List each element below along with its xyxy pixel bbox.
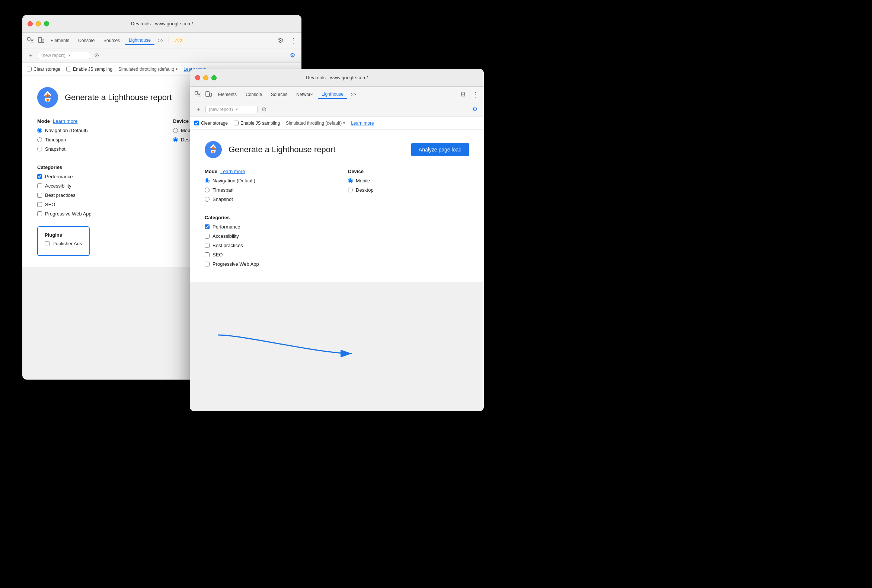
new-report-plus-back[interactable] xyxy=(27,51,35,60)
throttle-caret-back[interactable] xyxy=(176,67,177,71)
mode-learn-more-back[interactable]: Learn more xyxy=(53,118,77,124)
lh-header-title-front: Generate a Lighthouse report xyxy=(228,145,335,154)
inspect-icon-front[interactable] xyxy=(194,90,203,99)
tab-lighthouse-front[interactable]: Lighthouse xyxy=(318,90,347,99)
tab-console-back[interactable]: Console xyxy=(74,36,98,45)
clear-icon-front[interactable]: ⊘ xyxy=(261,106,267,113)
tab-console-front[interactable]: Console xyxy=(242,90,266,99)
devtools-tabs-front: Elements Console Sources Network Lightho… xyxy=(190,87,484,102)
close-button-front[interactable] xyxy=(195,75,200,80)
warning-badge[interactable]: ⚠ 2 xyxy=(172,37,185,44)
select-arrow-icon-front xyxy=(236,107,238,111)
report-select-front[interactable]: (new report) xyxy=(206,106,258,113)
new-report-plus-front[interactable] xyxy=(194,105,203,114)
device-mobile-front[interactable]: Mobile xyxy=(348,178,469,183)
mode-snapshot-front[interactable]: Snapshot xyxy=(205,196,326,202)
maximize-button-front[interactable] xyxy=(212,75,217,80)
throttle-setting-front: Simulated throttling (default) xyxy=(286,121,345,126)
svg-rect-5 xyxy=(195,92,198,94)
cat-seo-front[interactable]: SEO xyxy=(205,252,469,258)
lighthouse-logo-back xyxy=(37,87,58,108)
lh-header-title-back: Generate a Lighthouse report xyxy=(65,93,171,102)
enable-js-checkbox-back[interactable] xyxy=(66,67,71,72)
svg-rect-1 xyxy=(38,38,42,42)
warn-icon: ⚠ xyxy=(175,38,179,43)
device-title-front: Device xyxy=(348,169,469,174)
enable-js-label-front[interactable]: Enable JS sampling xyxy=(234,121,280,126)
minimize-button-front[interactable] xyxy=(203,75,209,80)
inspect-icon[interactable] xyxy=(26,36,35,45)
throttle-caret-front[interactable] xyxy=(343,121,345,125)
mode-title-front: Mode Learn more xyxy=(205,169,326,174)
plugins-title: Plugins xyxy=(45,232,82,238)
window-title-back: DevTools - www.google.com/ xyxy=(131,21,193,26)
tab-sources-front[interactable]: Sources xyxy=(267,90,291,99)
select-arrow-icon-back xyxy=(69,53,71,57)
device-icon-front[interactable] xyxy=(204,90,213,99)
mode-snapshot-back[interactable]: Snapshot xyxy=(37,146,151,152)
tab-lighthouse-back[interactable]: Lighthouse xyxy=(125,36,155,45)
categories-front: Categories Performance Accessibility Bes… xyxy=(205,215,469,267)
svg-rect-6 xyxy=(206,92,209,96)
mode-timespan-back[interactable]: Timespan xyxy=(37,137,151,142)
title-bar-front: DevTools - www.google.com/ xyxy=(190,69,484,87)
report-select-label-back: (new report) xyxy=(41,53,66,58)
cat-accessibility-front[interactable]: Accessibility xyxy=(205,233,469,239)
clear-storage-label-front[interactable]: Clear storage xyxy=(194,121,228,126)
settings-icon-back[interactable] xyxy=(276,36,285,45)
mode-navigation-back[interactable]: Navigation (Default) xyxy=(37,128,151,133)
warning-count: 2 xyxy=(180,38,182,43)
gear-icon-front[interactable]: ⚙ xyxy=(470,105,479,114)
mode-group-front: Mode Learn more Navigation (Default) Tim… xyxy=(205,169,326,206)
clear-storage-label-back[interactable]: Clear storage xyxy=(27,67,60,72)
cat-best-practices-front[interactable]: Best practices xyxy=(205,243,469,248)
tab-elements-back[interactable]: Elements xyxy=(47,36,73,45)
maximize-button-back[interactable] xyxy=(44,21,49,26)
toolbar2-back: (new report) ⊘ ⚙ xyxy=(23,48,302,63)
cat-pwa-front[interactable]: Progressive Web App xyxy=(205,261,469,267)
more-tabs-back[interactable]: >> xyxy=(156,38,166,43)
clear-icon-back[interactable]: ⊘ xyxy=(93,52,100,59)
throttle-setting-back: Simulated throttling (default) xyxy=(119,67,177,72)
device-desktop-front[interactable]: Desktop xyxy=(348,187,469,193)
settings-bar-front: Clear storage Enable JS sampling Simulat… xyxy=(190,117,484,130)
plugin-publisher-ads[interactable]: Publisher Ads xyxy=(45,241,82,246)
tab-elements-front[interactable]: Elements xyxy=(215,90,240,99)
more-options-icon-front[interactable] xyxy=(471,90,480,99)
learn-more-link-front[interactable]: Learn more xyxy=(351,121,374,126)
mode-navigation-front[interactable]: Navigation (Default) xyxy=(205,178,326,183)
gear-icon-back[interactable]: ⚙ xyxy=(288,51,297,60)
lighthouse-logo-front xyxy=(205,141,222,158)
tab-network-front[interactable]: Network xyxy=(293,90,316,99)
mode-learn-more-front[interactable]: Learn more xyxy=(220,169,245,174)
lh-header-front: Generate a Lighthouse report Analyze pag… xyxy=(205,141,469,158)
window-front: DevTools - www.google.com/ Elements Cons… xyxy=(190,69,484,411)
cat-performance-front[interactable]: Performance xyxy=(205,224,469,230)
more-tabs-front[interactable]: >> xyxy=(349,92,359,97)
enable-js-label-back[interactable]: Enable JS sampling xyxy=(66,67,113,72)
clear-storage-checkbox-front[interactable] xyxy=(194,121,199,125)
toolbar2-front: (new report) ⊘ ⚙ xyxy=(190,102,484,117)
mode-timespan-front[interactable]: Timespan xyxy=(205,187,326,193)
more-options-icon-back[interactable] xyxy=(289,36,298,45)
svg-rect-0 xyxy=(27,38,30,40)
minimize-button-back[interactable] xyxy=(36,21,41,26)
device-icon[interactable] xyxy=(36,36,45,45)
svg-rect-2 xyxy=(42,39,44,42)
tab-sources-back[interactable]: Sources xyxy=(100,36,123,45)
report-select-back[interactable]: (new report) xyxy=(38,52,90,59)
device-group-front: Device Mobile Desktop xyxy=(348,169,469,206)
svg-rect-7 xyxy=(210,93,212,96)
close-button-back[interactable] xyxy=(27,21,33,26)
devtools-tabs-back: Elements Console Sources Lighthouse >> ⚠… xyxy=(23,33,302,48)
window-title-front: DevTools - www.google.com/ xyxy=(306,75,368,80)
svg-point-3 xyxy=(37,87,58,108)
settings-icon-front[interactable] xyxy=(459,90,467,99)
lh-mode-device-front: Mode Learn more Navigation (Default) Tim… xyxy=(205,169,469,206)
report-select-label-front: (new report) xyxy=(209,107,233,112)
clear-storage-checkbox-back[interactable] xyxy=(27,67,32,72)
analyze-page-load-button[interactable]: Analyze page load xyxy=(411,143,469,156)
categories-title-front: Categories xyxy=(205,215,469,220)
enable-js-checkbox-front[interactable] xyxy=(234,121,239,125)
traffic-lights-back xyxy=(27,21,49,26)
